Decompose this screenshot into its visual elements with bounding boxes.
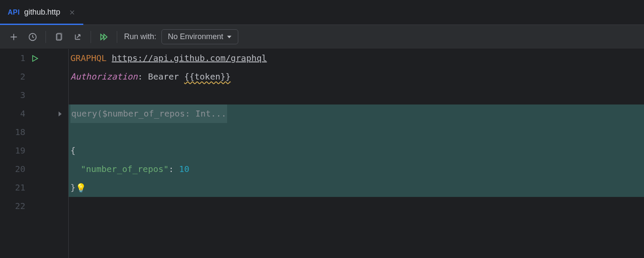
run-with-label: Run with:: [124, 32, 156, 41]
line-number: 18: [9, 123, 25, 141]
double-play-icon: [99, 32, 109, 42]
code-line[interactable]: [69, 86, 644, 104]
line-number: 21: [9, 178, 25, 197]
intention-bulb-icon[interactable]: 💡: [76, 178, 86, 197]
add-request-button[interactable]: [5, 28, 22, 46]
api-file-icon: API: [8, 9, 20, 16]
tab-filename: github.http: [24, 8, 60, 17]
history-icon: [28, 32, 37, 42]
line-number: 22: [9, 197, 25, 215]
run-all-button[interactable]: [95, 28, 112, 46]
json-key: "number_of_repos": [81, 160, 169, 178]
http-method: GRAPHQL: [70, 49, 106, 68]
close-icon: [69, 9, 75, 15]
import-button[interactable]: [69, 28, 86, 46]
code-line[interactable]: [69, 123, 644, 141]
variable-placeholder: {{token}}: [184, 68, 231, 86]
code-area[interactable]: GRAPHQL https://api.github.com/graphql A…: [69, 49, 644, 258]
punct: :: [138, 68, 143, 86]
import-icon: [73, 32, 82, 42]
indent: [70, 160, 81, 178]
code-line[interactable]: [69, 197, 644, 215]
environment-select[interactable]: No Environment: [161, 29, 238, 44]
toolbar: Run with: No Environment: [0, 25, 644, 49]
code-editor[interactable]: 1 2 3 4 18 19 20 21: [0, 49, 644, 258]
run-line-icon[interactable]: [30, 54, 39, 63]
line-number: 19: [9, 141, 25, 160]
punct: :: [169, 160, 179, 178]
header-value-prefix: Bearer: [143, 68, 184, 86]
brace: {: [70, 141, 76, 160]
toolbar-separator: [91, 31, 91, 43]
toolbar-separator: [117, 31, 117, 43]
json-number: 10: [179, 160, 189, 178]
code-line[interactable]: "number_of_repos": 10: [69, 160, 644, 178]
tab-close-button[interactable]: [67, 7, 77, 18]
chevron-down-icon: [227, 34, 232, 40]
line-number: 20: [9, 160, 25, 178]
tab-bar: API github.http: [0, 0, 644, 25]
history-button[interactable]: [24, 28, 41, 46]
tab-active-indicator: [0, 24, 83, 25]
brace: }: [70, 178, 76, 197]
code-line[interactable]: {: [69, 141, 644, 160]
code-line[interactable]: Authorization: Bearer {{token}}: [69, 68, 644, 86]
plus-icon: [9, 32, 18, 42]
code-line[interactable]: GRAPHQL https://api.github.com/graphql: [69, 49, 644, 68]
code-line-folded[interactable]: query($number_of_repos: Int...: [69, 104, 644, 123]
line-number: 2: [9, 68, 25, 86]
line-number: 3: [9, 86, 25, 104]
code-line[interactable]: }💡: [69, 178, 644, 197]
document-icon: [54, 32, 64, 42]
folded-region[interactable]: query($number_of_repos: Int...: [71, 108, 226, 119]
line-number: 1: [9, 49, 25, 68]
tab-github-http[interactable]: API github.http: [0, 0, 83, 25]
environment-selected-value: No Environment: [168, 32, 223, 41]
gutter: 1 2 3 4 18 19 20 21: [0, 49, 69, 258]
header-name: Authorization: [70, 68, 138, 86]
fold-expand-icon[interactable]: [57, 111, 63, 117]
line-number: 4: [9, 104, 25, 123]
examples-button[interactable]: [50, 28, 67, 46]
toolbar-separator: [46, 31, 46, 43]
request-url: https://api.github.com/graphql: [112, 49, 267, 68]
